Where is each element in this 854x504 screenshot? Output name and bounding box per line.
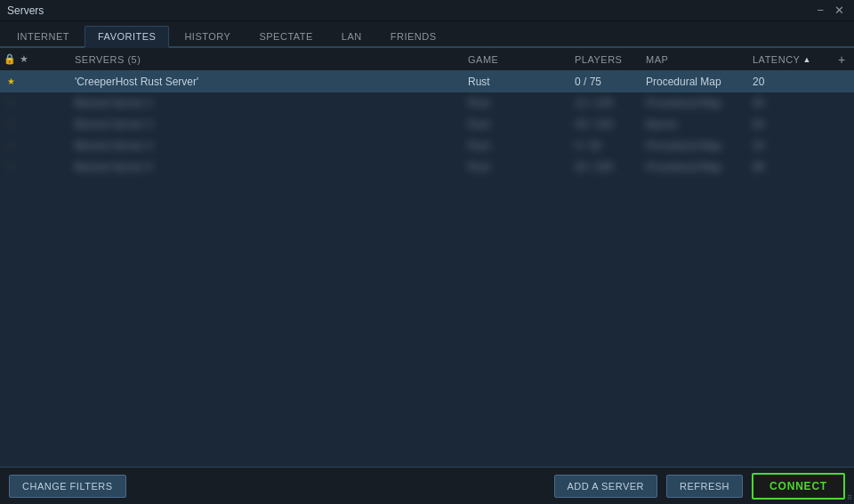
bottom-right: ADD A SERVER REFRESH CONNECT bbox=[554, 473, 846, 500]
col-server-name-header[interactable]: SERVERS (5) bbox=[75, 54, 468, 65]
favorite-icon: ☆ bbox=[7, 119, 15, 129]
col-latency-header[interactable]: LATENCY ▲ bbox=[753, 54, 833, 65]
game-cell: Rust bbox=[468, 140, 575, 152]
server-name-cell: Blurred Server 2 bbox=[75, 97, 468, 109]
favorite-icon: ☆ bbox=[7, 162, 15, 172]
tab-spectate[interactable]: SPECTATE bbox=[246, 26, 326, 46]
game-cell: Rust bbox=[468, 118, 575, 131]
row-icons: ☆ bbox=[4, 98, 75, 108]
players-cell: 12 / 100 bbox=[575, 97, 646, 109]
col-add-header[interactable]: + bbox=[833, 52, 850, 67]
players-cell: 30 / 100 bbox=[575, 118, 646, 131]
map-cell: Barren bbox=[646, 118, 753, 131]
tab-lan[interactable]: LAN bbox=[328, 26, 375, 46]
map-cell: Procedural Map bbox=[646, 161, 753, 173]
column-headers: 🔒 ★ SERVERS (5) GAME PLAYERS MAP LATENCY… bbox=[0, 48, 854, 71]
tab-internet[interactable]: INTERNET bbox=[4, 26, 83, 46]
map-cell: Procedural Map bbox=[646, 97, 753, 109]
resize-handle[interactable] bbox=[843, 493, 854, 504]
row-icons: ☆ bbox=[4, 119, 75, 129]
server-area: 🔒 ★ SERVERS (5) GAME PLAYERS MAP LATENCY… bbox=[0, 48, 854, 467]
title-bar: Servers − ✕ bbox=[0, 0, 854, 21]
row-icons: ☆ bbox=[4, 162, 75, 172]
latency-cell: 20 bbox=[753, 76, 833, 88]
bottom-left: CHANGE FILTERS bbox=[9, 475, 126, 498]
game-cell: Rust bbox=[468, 76, 575, 88]
bottom-bar: CHANGE FILTERS ADD A SERVER REFRESH CONN… bbox=[0, 467, 854, 504]
table-row[interactable]: ☆ Blurred Server 5 Rust 20 / 200 Procedu… bbox=[0, 156, 854, 178]
title-bar-controls: − ✕ bbox=[814, 4, 847, 16]
window-title: Servers bbox=[7, 4, 44, 17]
latency-cell: 88 bbox=[753, 161, 833, 173]
refresh-button[interactable]: REFRESH bbox=[666, 475, 743, 498]
tab-bar: INTERNET FAVORITES HISTORY SPECTATE LAN … bbox=[0, 21, 854, 48]
favorite-icon: ★ bbox=[7, 76, 15, 86]
col-players-header[interactable]: PLAYERS bbox=[575, 54, 646, 65]
close-button[interactable]: ✕ bbox=[832, 4, 847, 16]
players-cell: 5 / 50 bbox=[575, 140, 646, 152]
sort-arrow-icon: ▲ bbox=[802, 55, 810, 64]
map-cell: Procedural Map bbox=[646, 76, 753, 88]
server-name-cell: Blurred Server 4 bbox=[75, 140, 468, 152]
tab-favorites[interactable]: FAVORITES bbox=[85, 26, 169, 48]
players-cell: 20 / 200 bbox=[575, 161, 646, 173]
latency-cell: 33 bbox=[753, 140, 833, 152]
game-cell: Rust bbox=[468, 97, 575, 109]
favorite-icon: ☆ bbox=[7, 98, 15, 108]
latency-cell: 45 bbox=[753, 97, 833, 109]
add-server-button[interactable]: ADD A SERVER bbox=[554, 475, 658, 498]
server-name-cell: 'CreeperHost Rust Server' bbox=[75, 76, 468, 88]
col-map-header[interactable]: MAP bbox=[646, 54, 753, 65]
game-cell: Rust bbox=[468, 161, 575, 173]
favorite-icon: ☆ bbox=[7, 140, 15, 150]
server-list: ★ 'CreeperHost Rust Server' Rust 0 / 75 … bbox=[0, 71, 854, 178]
row-icons: ☆ bbox=[4, 140, 75, 150]
change-filters-button[interactable]: CHANGE FILTERS bbox=[9, 475, 126, 498]
connect-button[interactable]: CONNECT bbox=[752, 473, 845, 500]
tag-column-icon: ★ bbox=[20, 53, 28, 65]
tab-friends[interactable]: FRIENDS bbox=[377, 26, 450, 46]
table-row[interactable]: ☆ Blurred Server 4 Rust 5 / 50 Procedura… bbox=[0, 135, 854, 156]
latency-cell: 60 bbox=[753, 118, 833, 131]
tab-history[interactable]: HISTORY bbox=[171, 26, 244, 46]
row-icons: ★ bbox=[4, 76, 75, 86]
minimize-button[interactable]: − bbox=[814, 4, 826, 16]
players-cell: 0 / 75 bbox=[575, 76, 646, 88]
table-row[interactable]: ☆ Blurred Server 3 Rust 30 / 100 Barren … bbox=[0, 114, 854, 135]
lock-column-icon: 🔒 bbox=[4, 53, 16, 65]
map-cell: Procedural Map bbox=[646, 140, 753, 152]
server-name-cell: Blurred Server 3 bbox=[75, 118, 468, 131]
table-row[interactable]: ★ 'CreeperHost Rust Server' Rust 0 / 75 … bbox=[0, 71, 854, 92]
col-game-header[interactable]: GAME bbox=[468, 54, 575, 65]
table-row[interactable]: ☆ Blurred Server 2 Rust 12 / 100 Procedu… bbox=[0, 92, 854, 114]
server-name-cell: Blurred Server 5 bbox=[75, 161, 468, 173]
col-icons-header: 🔒 ★ bbox=[4, 53, 75, 65]
